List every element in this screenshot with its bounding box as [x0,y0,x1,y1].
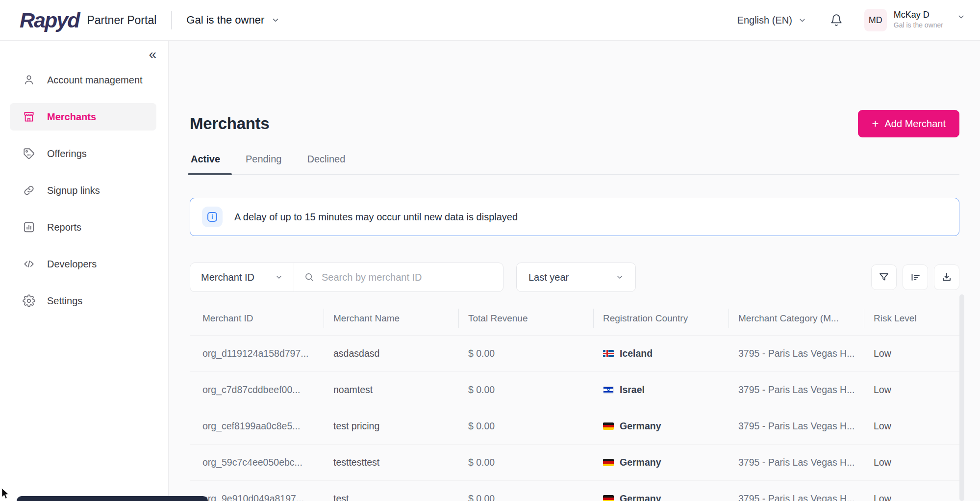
org-selector[interactable]: Gal is the owner [186,14,280,26]
merchant-category-cell: 3795 - Paris Las Vegas H... [729,445,864,480]
registration-country-cell: Germany [594,408,729,444]
gear-icon [23,294,35,307]
search-field-label: Merchant ID [201,272,254,283]
search-field-selector[interactable]: Merchant ID [190,263,294,291]
table-row[interactable]: org_9e910d049a8197... test $ 0.00 German… [190,480,959,501]
registration-country-cell: Germany [594,445,729,480]
info-chip: i [202,207,223,227]
chevron-down-icon [271,16,280,25]
star-of-david-icon: ✡ [606,388,610,392]
tab-pending[interactable]: Pending [245,151,282,174]
country-flag-icon [603,495,614,501]
chat-widget-bar[interactable] [17,496,208,501]
code-icon [23,258,35,270]
info-icon: i [207,212,217,222]
avatar: MD [864,9,887,31]
table-scrollbar[interactable] [959,294,964,501]
merchant-id-cell: org_c7d87cddbeef00... [190,372,324,408]
sidebar-item-signup-links[interactable]: Signup links [10,177,156,204]
download-button[interactable] [934,264,959,290]
merchants-table: Merchant ID Merchant Name Total Revenue … [190,305,959,501]
date-range-selector[interactable]: Last year [516,263,636,292]
sidebar-item-label: Reports [47,222,81,233]
risk-level-cell: Low [864,481,959,501]
chevron-down-icon [275,273,283,281]
sidebar: « Account management Merchants Offerings… [0,41,169,501]
header-divider [171,11,172,29]
info-banner: i A delay of up to 15 minutes may occur … [190,198,959,236]
merchant-id-cell: org_9e910d049a8197... [190,481,324,501]
merchant-id-cell: org_d119124a158d797... [190,336,324,371]
add-merchant-button[interactable]: + Add Merchant [858,110,959,137]
table-row[interactable]: org_d119124a158d797... asdasdasd $ 0.00 … [190,335,959,371]
registration-country-cell: ✡ Israel [594,372,729,408]
sidebar-item-label: Offerings [47,148,87,159]
sidebar-item-account-management[interactable]: Account management [10,66,156,94]
chevron-down-icon [798,16,806,25]
merchant-name-cell: testtesttest [324,445,459,480]
link-icon [23,184,35,197]
plus-icon: + [872,118,879,130]
sidebar-item-offerings[interactable]: Offerings [10,140,156,167]
country-flag-icon [603,350,614,357]
risk-level-cell: Low [864,336,959,371]
total-revenue-cell: $ 0.00 [459,481,594,501]
registration-country-cell: Germany [594,481,729,501]
date-range-label: Last year [528,272,569,283]
total-revenue-cell: $ 0.00 [459,408,594,444]
sidebar-item-label: Merchants [47,111,96,123]
rapyd-logo: Rapyd [20,8,87,32]
page-title: Merchants [190,114,269,133]
column-header-total-revenue: Total Revenue [459,305,594,335]
risk-level-cell: Low [864,445,959,480]
notifications-button[interactable] [830,14,843,26]
column-header-registration-country: Registration Country [594,305,729,335]
tag-icon [23,147,35,160]
sidebar-collapse-button[interactable]: « [149,48,156,61]
sidebar-item-label: Account management [47,75,143,86]
user-role: Gal is the owner [894,21,943,30]
merchant-category-cell: 3795 - Paris Las Vegas H... [729,481,864,501]
risk-level-cell: Low [864,372,959,408]
sidebar-item-label: Signup links [47,185,100,196]
table-row[interactable]: org_59c7c4ee050ebc... testtesttest $ 0.0… [190,444,959,480]
merchants-tabs: Active Pending Declined [190,151,959,175]
sidebar-item-merchants[interactable]: Merchants [10,103,156,131]
risk-level-cell: Low [864,408,959,444]
bar-chart-icon [23,221,35,234]
user-icon [23,74,35,86]
search-input[interactable] [322,272,493,283]
sidebar-item-settings[interactable]: Settings [10,287,156,315]
tab-declined[interactable]: Declined [306,151,346,174]
product-name: Partner Portal [87,14,156,27]
merchant-id-cell: org_cef8199aa0c8e5... [190,408,324,444]
column-header-merchant-id: Merchant ID [190,305,324,335]
sidebar-item-developers[interactable]: Developers [10,250,156,278]
tab-active[interactable]: Active [190,151,221,174]
bell-icon [830,14,843,26]
total-revenue-cell: $ 0.00 [459,336,594,371]
table-row[interactable]: org_c7d87cddbeef00... noamtest $ 0.00 ✡ … [190,371,959,408]
total-revenue-cell: $ 0.00 [459,445,594,480]
merchant-name-cell: test [324,481,459,501]
funnel-icon [878,271,890,283]
download-icon [941,271,953,283]
filter-button[interactable] [871,264,897,290]
sort-button[interactable] [903,264,928,290]
search-icon [304,272,315,283]
search-combo: Merchant ID [190,263,503,292]
storefront-icon [23,110,35,123]
country-flag-icon: ✡ [603,386,614,394]
user-menu[interactable]: MD McKay D Gal is the owner [864,9,965,31]
merchant-category-cell: 3795 - Paris Las Vegas H... [729,336,864,371]
column-header-risk-level: Risk Level [864,305,959,335]
sidebar-item-reports[interactable]: Reports [10,213,156,241]
merchant-category-cell: 3795 - Paris Las Vegas H... [729,372,864,408]
table-body: org_d119124a158d797... asdasdasd $ 0.00 … [190,335,959,501]
language-selector[interactable]: English (EN) [737,15,806,26]
merchant-name-cell: test pricing [324,408,459,444]
table-row[interactable]: org_cef8199aa0c8e5... test pricing $ 0.0… [190,408,959,444]
total-revenue-cell: $ 0.00 [459,372,594,408]
country-flag-icon [603,459,614,466]
add-merchant-label: Add Merchant [884,118,946,130]
